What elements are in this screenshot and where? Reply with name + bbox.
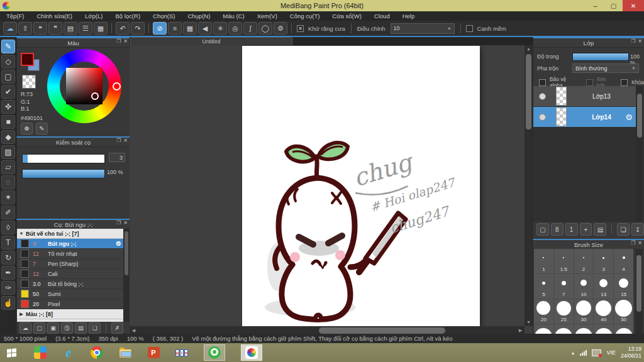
layer-list-scrollbar[interactable] xyxy=(636,86,643,222)
brush-list-scrollbar[interactable] xyxy=(123,229,130,322)
soft-edge-checkbox[interactable] xyxy=(466,25,473,32)
brush-group-header[interactable]: ▶Trang trí bla bla ;-; [9] xyxy=(17,319,124,322)
menu-item[interactable]: Chọn(S) xyxy=(147,11,181,21)
snap-guide-icon[interactable]: ◯ xyxy=(258,22,272,35)
alpha-lock-checkbox[interactable] xyxy=(539,79,546,86)
menu-item[interactable]: Bộ lọc(R) xyxy=(109,11,147,21)
canvas-grid-icon[interactable]: ▦ xyxy=(94,22,108,35)
popout-icon[interactable]: ❐ xyxy=(116,138,121,143)
rotate-view-tool[interactable]: ↻ xyxy=(1,251,15,265)
close-icon[interactable]: ✕ xyxy=(123,220,128,226)
brush-group-header[interactable]: ▼Bút vẽ cho tui ;-; [7] xyxy=(17,229,124,239)
popout-icon[interactable]: ❐ xyxy=(631,38,635,44)
snap-settings-icon[interactable]: ⚙ xyxy=(274,22,287,35)
snap-parallel-icon[interactable]: ≡ xyxy=(168,22,182,35)
layer-settings-icon[interactable]: ⚙ xyxy=(625,112,633,122)
foreground-color-swatch[interactable] xyxy=(21,53,34,66)
close-icon[interactable]: ✕ xyxy=(638,38,642,44)
polyline-tool[interactable]: ✔ xyxy=(1,85,15,99)
layer-folder-icon[interactable]: ▤ xyxy=(594,223,606,236)
palette-edit-icon[interactable]: ✎ xyxy=(36,123,48,134)
brush-size-cell[interactable]: 15 xyxy=(614,274,633,299)
brush-size-cell[interactable]: 7 xyxy=(554,274,574,299)
menu-item[interactable]: Công cụ(T) xyxy=(284,11,326,21)
select-pen-tool[interactable]: ✐ xyxy=(1,206,15,219)
canvas-vertical-scrollbar[interactable]: ▲ ▼ xyxy=(525,45,533,326)
add-1bit-layer-icon[interactable]: 1 xyxy=(565,223,578,236)
clipping-checkbox[interactable] xyxy=(586,79,593,86)
network-icon[interactable] xyxy=(580,350,587,356)
pen-tool[interactable]: ✒ xyxy=(1,266,15,280)
maximize-button[interactable]: ▢ xyxy=(604,0,623,11)
snap-off-icon[interactable]: ⊘ xyxy=(153,22,167,35)
unikey-icon[interactable]: uin xyxy=(175,346,188,359)
layer-row[interactable]: Lớp14⚙ xyxy=(533,107,636,128)
hue-marker[interactable] xyxy=(113,82,121,90)
menu-item[interactable]: Chụp(N) xyxy=(181,11,216,21)
brush-size-cell[interactable]: 2 xyxy=(574,249,594,273)
redo-icon[interactable]: ↷ xyxy=(131,22,145,35)
brush-item[interactable]: 7Pen (Sharp) xyxy=(17,259,124,269)
close-button[interactable]: ✕ xyxy=(623,0,644,11)
palette-icon[interactable]: ☸ xyxy=(21,123,33,134)
document-tab[interactable]: Untitled xyxy=(130,37,292,45)
brush-size-slider[interactable] xyxy=(22,154,105,163)
menu-item[interactable]: Màu (C) xyxy=(216,11,250,21)
brush-opacity-slider[interactable] xyxy=(22,169,105,178)
fill-shape-tool[interactable]: ■ xyxy=(1,115,15,129)
brush-size-value[interactable]: 3 xyxy=(109,153,125,162)
menu-item[interactable]: Help xyxy=(396,11,421,21)
brush-size-cell[interactable]: 20 xyxy=(534,299,553,324)
brush-item[interactable]: 50Sumi xyxy=(17,289,124,299)
select-eraser-tool[interactable]: ◊ xyxy=(1,221,15,234)
close-icon[interactable]: ✕ xyxy=(123,138,128,143)
popout-icon[interactable]: ❐ xyxy=(116,220,121,226)
close-icon[interactable]: ✕ xyxy=(123,38,128,44)
bluestacks-icon[interactable] xyxy=(34,346,47,359)
move-tool[interactable]: ✜ xyxy=(1,100,15,114)
add-brush-icon[interactable]: ▢ xyxy=(33,322,45,334)
document-icon[interactable]: ▤ xyxy=(64,22,77,35)
eraser-tool[interactable]: ◇ xyxy=(1,55,15,69)
bucket-tool[interactable]: ◆ xyxy=(1,130,15,144)
snap-crosshatch-icon[interactable]: ▦ xyxy=(183,22,197,35)
brush-item[interactable]: 3Bút ngu ;-;⚙ xyxy=(17,239,124,249)
transparent-color-swatch[interactable] xyxy=(22,75,36,89)
brush-item[interactable]: 3.0Bút tô bóng ;-; xyxy=(17,279,124,289)
layer-visibility-dot[interactable] xyxy=(539,114,546,121)
undo-icon[interactable]: ↶ xyxy=(116,22,130,35)
delete-brush-icon[interactable]: ✗ xyxy=(111,322,123,334)
comment-icon[interactable]: ❝ xyxy=(33,22,47,35)
shape-select-tool[interactable]: ▢ xyxy=(1,70,15,84)
snap-curve-icon[interactable]: ʃ xyxy=(243,22,257,35)
export-icon[interactable]: ⇧ xyxy=(18,22,32,35)
preferences-icon[interactable]: ☰ xyxy=(79,22,92,35)
tray-expand-icon[interactable]: ▲ xyxy=(570,351,575,355)
brush-size-cell[interactable]: 40 xyxy=(594,299,613,324)
gradient-tool[interactable]: ▧ xyxy=(1,145,15,159)
snap-vanishing-icon[interactable]: ◀ xyxy=(198,22,212,35)
adjust-dropdown[interactable]: 10 ▼ xyxy=(391,23,455,34)
brush-size-cell[interactable]: 13 xyxy=(594,274,613,299)
brush-size-cell[interactable]: 3 xyxy=(594,249,613,273)
layer-row[interactable]: Lớp13 xyxy=(533,86,636,107)
menu-item[interactable]: Cloud xyxy=(368,11,396,21)
popout-icon[interactable]: ❐ xyxy=(116,38,121,44)
menu-item[interactable]: Cửa sổ(W) xyxy=(326,11,367,21)
layer-visibility-dot[interactable] xyxy=(539,93,546,100)
language-indicator[interactable]: VIE xyxy=(606,349,616,356)
menu-item[interactable]: Chỉnh sửa(E) xyxy=(31,11,79,21)
minimize-button[interactable]: – xyxy=(586,0,604,11)
internet-explorer-icon[interactable]: e xyxy=(62,346,75,359)
snap-concentric-icon[interactable]: ◎ xyxy=(228,22,242,35)
menu-item[interactable]: Lớp(L) xyxy=(79,11,109,21)
duplicate-brush-icon[interactable]: ❏ xyxy=(89,322,101,334)
brush-size-cell[interactable]: 5 xyxy=(534,274,553,299)
cloud-sync-icon[interactable]: ☁ xyxy=(3,22,17,35)
drawing-canvas[interactable]: chug # Hoi olap247 chug247 xyxy=(242,46,480,326)
lock-checkbox[interactable] xyxy=(621,79,628,86)
chrome-icon[interactable] xyxy=(91,346,103,359)
stylus-tool[interactable]: ✑ xyxy=(1,281,15,295)
brush-size-cell[interactable]: 1.5 xyxy=(554,249,574,273)
hand-tool[interactable]: ☝ xyxy=(1,296,15,310)
